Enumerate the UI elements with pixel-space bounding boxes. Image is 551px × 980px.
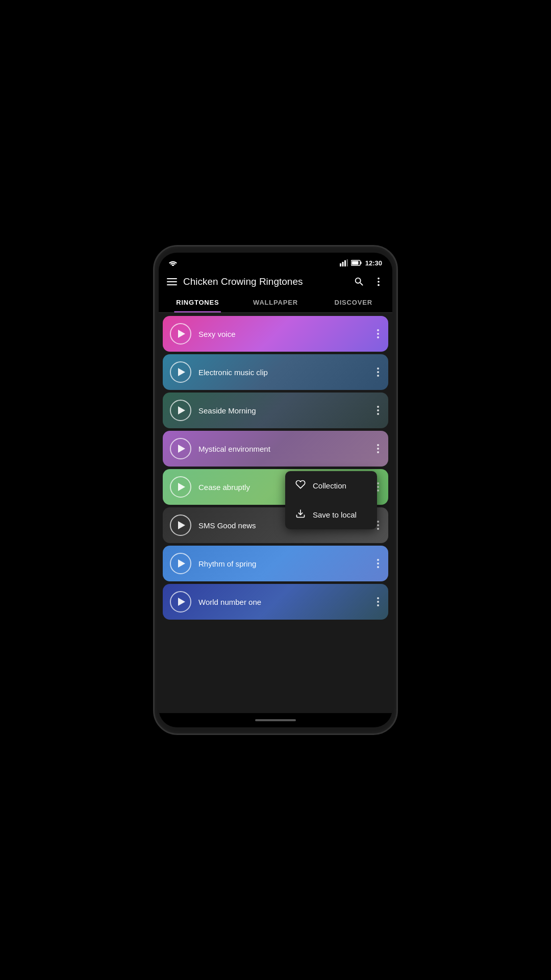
play-button[interactable] [170, 553, 191, 574]
svg-point-9 [378, 284, 380, 286]
home-indicator [255, 719, 296, 721]
svg-rect-0 [340, 263, 341, 266]
item-more-button[interactable] [375, 365, 381, 379]
play-icon [178, 330, 185, 338]
status-bar: 12:30 [159, 253, 392, 271]
play-icon [178, 521, 185, 529]
play-button[interactable] [170, 400, 191, 421]
list-item[interactable]: World number one [163, 584, 388, 620]
list-item[interactable]: Seaside Morning [163, 393, 388, 428]
svg-rect-6 [352, 261, 358, 265]
svg-point-8 [378, 281, 380, 283]
ringtone-name: Rhythm of spring [198, 559, 368, 568]
menu-button[interactable] [167, 278, 177, 285]
context-menu-save[interactable]: Save to local [285, 500, 377, 529]
ham-line-2 [167, 281, 177, 282]
play-button[interactable] [170, 591, 191, 612]
play-button[interactable] [170, 438, 191, 459]
ham-line-1 [167, 278, 177, 279]
signal-icon [340, 259, 348, 266]
tab-wallpaper[interactable]: WALLPAPER [237, 292, 315, 312]
ringtone-name: World number one [198, 598, 368, 606]
phone-device: 12:30 Chicken Crowing Ringtones [153, 245, 398, 735]
save-label: Save to local [313, 510, 357, 519]
list-item[interactable]: Rhythm of spring [163, 546, 388, 581]
play-button[interactable] [170, 476, 191, 498]
battery-icon [351, 260, 362, 266]
svg-rect-1 [342, 262, 343, 266]
ringtone-name: Seaside Morning [198, 406, 368, 415]
search-button[interactable] [354, 276, 365, 287]
more-vert-icon [373, 276, 384, 287]
wifi-icon [169, 260, 177, 266]
play-icon [178, 559, 185, 568]
tab-bar: RINGTONES WALLPAPER DISCOVER [159, 292, 392, 313]
search-icon [354, 276, 365, 287]
app-bar: Chicken Crowing Ringtones [159, 271, 392, 292]
list-item[interactable]: Sexy voice [163, 316, 388, 352]
status-right: 12:30 [340, 259, 382, 267]
play-button[interactable] [170, 323, 191, 345]
collection-icon [295, 479, 306, 489]
play-icon [178, 368, 185, 376]
nav-bar [159, 713, 392, 727]
download-icon [295, 508, 306, 521]
play-button[interactable] [170, 361, 191, 383]
svg-point-7 [378, 278, 380, 280]
item-more-button[interactable] [375, 442, 381, 455]
play-icon [178, 406, 185, 414]
context-menu-collection[interactable]: Collection [285, 471, 377, 500]
list-item[interactable]: Mystical environment [163, 431, 388, 467]
ringtone-name: Mystical environment [198, 445, 368, 453]
play-button[interactable] [170, 514, 191, 536]
context-menu: Collection Save to local [285, 471, 377, 529]
collection-label: Collection [313, 481, 346, 490]
svg-rect-3 [346, 259, 348, 266]
app-bar-icons [354, 276, 384, 287]
list-item[interactable]: Electronic music clip [163, 354, 388, 390]
ringtone-name: Sexy voice [198, 330, 368, 338]
heart-icon [295, 479, 306, 492]
phone-screen: 12:30 Chicken Crowing Ringtones [159, 253, 392, 727]
play-icon [178, 483, 185, 491]
svg-rect-5 [360, 262, 361, 264]
item-more-button[interactable] [375, 595, 381, 608]
item-more-button[interactable] [375, 327, 381, 340]
play-icon [178, 598, 185, 606]
item-more-button[interactable] [375, 557, 381, 570]
status-time: 12:30 [365, 259, 382, 267]
tab-discover[interactable]: DISCOVER [314, 292, 392, 312]
save-icon [295, 508, 306, 519]
app-title: Chicken Crowing Ringtones [183, 276, 347, 287]
item-more-button[interactable] [375, 404, 381, 417]
svg-rect-2 [344, 260, 346, 266]
ringtone-name: Electronic music clip [198, 368, 368, 377]
ringtone-list: Sexy voice Electronic music clip [159, 313, 392, 713]
tab-ringtones[interactable]: RINGTONES [159, 292, 237, 312]
status-left [169, 260, 177, 266]
play-icon [178, 445, 185, 453]
ham-line-3 [167, 284, 177, 285]
overflow-menu-button[interactable] [373, 276, 384, 287]
